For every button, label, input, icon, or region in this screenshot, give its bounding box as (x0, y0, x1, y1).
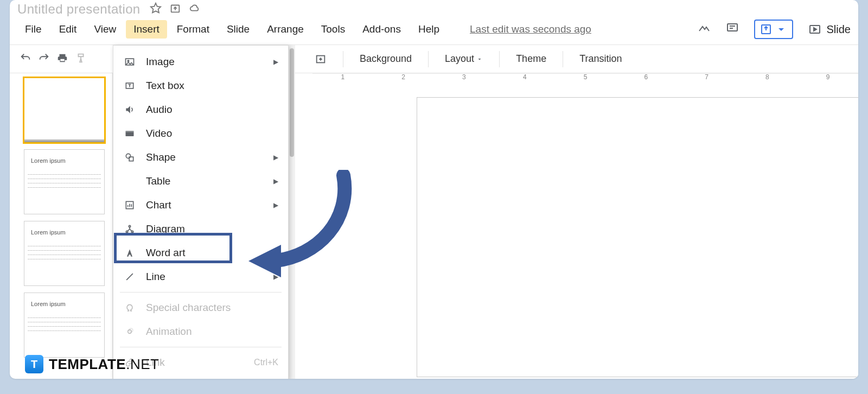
animation-icon (123, 326, 136, 337)
video-icon (123, 128, 136, 139)
header-right-icons: Slide (698, 20, 851, 39)
menu-insert[interactable]: Insert (126, 20, 167, 39)
insert-chart[interactable]: Chart▶ (113, 193, 288, 217)
undo-icon[interactable] (20, 52, 31, 66)
transition-button[interactable]: Transition (574, 50, 627, 68)
redo-icon[interactable] (38, 52, 50, 66)
slide-thumbnail-4[interactable]: Lorem ipsum (24, 293, 105, 358)
dropdown-scrollbar[interactable] (289, 45, 295, 379)
insert-textbox[interactable]: Text box (113, 74, 288, 98)
dd-label: Chart (146, 199, 171, 211)
ruler-tick: 6 (616, 73, 676, 85)
watermark-text: TEMPLATE.NET (49, 356, 159, 373)
workarea: Lorem ipsum Lorem ipsum Lorem ipsum Back… (10, 45, 858, 379)
slide-thumbnail-1[interactable] (24, 78, 105, 143)
present-label: Slide (827, 23, 851, 36)
diagram-icon (123, 224, 136, 234)
svg-point-14 (129, 225, 130, 227)
menu-addons[interactable]: Add-ons (355, 20, 409, 39)
textbox-icon (123, 80, 136, 91)
dd-label: Special characters (146, 302, 231, 314)
dd-label: Animation (146, 326, 192, 338)
slide-thumbnail-2[interactable]: Lorem ipsum (24, 149, 105, 214)
shortcut-label: Ctrl+K (254, 358, 278, 367)
cloud-icon[interactable] (189, 2, 201, 16)
paint-format-icon[interactable] (75, 52, 87, 66)
star-icon[interactable] (150, 2, 162, 16)
insert-shape[interactable]: Shape▶ (113, 145, 288, 169)
thumb-text: Lorem ipsum (31, 157, 66, 164)
doc-title[interactable]: Untitled presentation (17, 2, 140, 17)
submenu-arrow-icon: ▶ (273, 177, 278, 185)
dd-label: Shape (146, 151, 176, 163)
move-icon[interactable] (169, 2, 181, 16)
activity-icon[interactable] (698, 22, 711, 37)
menu-separator (120, 347, 282, 347)
ruler-tick: 2 (373, 73, 434, 85)
comments-icon[interactable] (726, 22, 739, 37)
slide-canvas[interactable] (417, 97, 858, 377)
menu-arrange[interactable]: Arrange (259, 20, 311, 39)
dd-label: Audio (146, 104, 173, 116)
app-frame: Untitled presentation File Edit View Ins… (10, 0, 858, 379)
dd-label: Text box (146, 80, 184, 92)
layout-button[interactable]: Layout (439, 50, 488, 68)
insert-diagram[interactable]: Diagram (113, 217, 288, 241)
slide-thumbnail-3[interactable]: Lorem ipsum (24, 221, 105, 286)
insert-table[interactable]: Table▶ (113, 169, 288, 193)
watermark: T TEMPLATE.NET (25, 355, 159, 373)
slides-panel[interactable]: Lorem ipsum Lorem ipsum Lorem ipsum (10, 45, 113, 379)
dd-label: Line (146, 271, 165, 283)
menu-edit[interactable]: Edit (52, 20, 85, 39)
title-icons (150, 2, 201, 16)
insert-line[interactable]: Line▶ (113, 265, 288, 289)
present-button[interactable]: Slide (808, 23, 851, 36)
new-slide-icon[interactable] (309, 50, 332, 68)
last-edit-link[interactable]: Last edit was seconds ago (470, 23, 591, 35)
theme-button[interactable]: Theme (510, 50, 552, 68)
menu-help[interactable]: Help (411, 20, 447, 39)
wordart-icon (123, 247, 136, 258)
dd-label: Word art (146, 247, 186, 259)
canvas-toolbar: Background Layout Theme Transition (292, 45, 858, 73)
svg-rect-10 (126, 131, 134, 132)
menu-format[interactable]: Format (169, 20, 217, 39)
share-button[interactable] (754, 20, 793, 39)
insert-image[interactable]: Image▶ (113, 50, 288, 74)
dd-label: Diagram (146, 223, 185, 235)
ruler-tick: 8 (737, 73, 797, 85)
insert-video[interactable]: Video (113, 122, 288, 145)
submenu-arrow-icon: ▶ (273, 58, 278, 66)
image-icon (123, 56, 136, 67)
insert-audio[interactable]: Audio (113, 98, 288, 122)
menu-tools[interactable]: Tools (314, 20, 353, 39)
insert-animation: Animation (113, 320, 288, 344)
watermark-logo: T (25, 355, 43, 373)
insert-special-chars: Special characters (113, 296, 288, 320)
insert-dropdown: Image▶ Text box Audio Video Shape▶ Table… (113, 45, 289, 379)
svg-point-7 (127, 60, 129, 62)
ruler: 1 2 3 4 5 6 7 8 9 (312, 73, 858, 85)
dd-label: Table (146, 175, 170, 187)
submenu-arrow-icon: ▶ (273, 273, 278, 281)
ruler-tick: 9 (797, 73, 858, 85)
omega-icon (123, 302, 136, 313)
print-icon[interactable] (56, 52, 68, 66)
menu-file[interactable]: File (17, 20, 49, 39)
background-button[interactable]: Background (354, 50, 417, 68)
thumb-text: Lorem ipsum (31, 301, 66, 307)
ruler-tick: 7 (676, 73, 737, 85)
audio-icon (123, 104, 136, 115)
menu-slide[interactable]: Slide (219, 20, 257, 39)
menu-view[interactable]: View (86, 20, 124, 39)
insert-wordart[interactable]: Word art (113, 241, 288, 265)
toolbar-left (10, 45, 113, 73)
svg-point-11 (126, 154, 130, 158)
shape-icon (123, 152, 136, 163)
ruler-tick: 4 (494, 73, 555, 85)
menu-separator (120, 292, 282, 293)
chart-icon (123, 200, 136, 211)
submenu-arrow-icon: ▶ (273, 201, 278, 209)
submenu-arrow-icon: ▶ (273, 154, 278, 161)
dd-label: Image (146, 56, 175, 68)
